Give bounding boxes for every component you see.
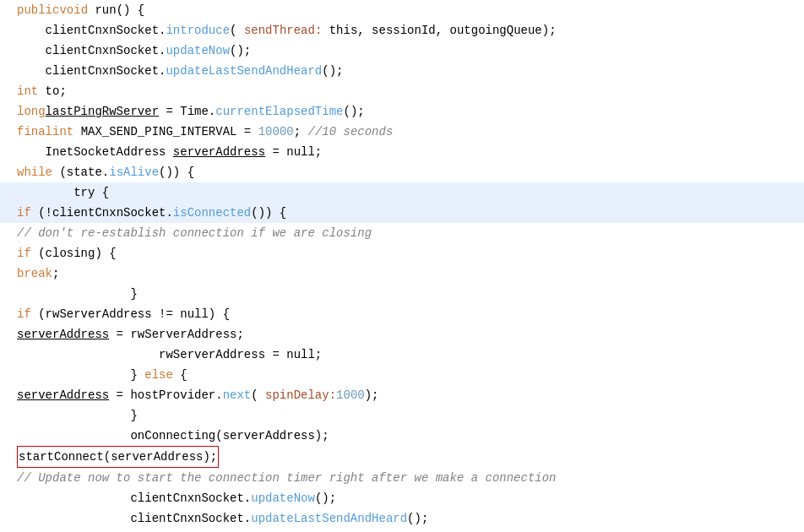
- code-line: long lastPingRwServer = Time.currentElap…: [0, 101, 804, 122]
- code-line: public void run() {: [0, 0, 804, 20]
- code-editor: public void run() { clientCnxnSocket.int…: [0, 0, 804, 532]
- code-line: final int MAX_SEND_PING_INTERVAL = 10000…: [0, 122, 804, 142]
- code-line: try {: [0, 182, 804, 203]
- code-line: if (!clientCnxnSocket.isConnected()) {: [0, 203, 804, 223]
- code-line: // don't re-establish connection if we a…: [0, 223, 804, 243]
- code-line: serverAddress = hostProvider.next( spinD…: [0, 385, 804, 405]
- code-line: clientCnxnSocket.introduce( sendThread: …: [0, 20, 804, 41]
- code-line: int to;: [0, 81, 804, 101]
- code-line: }: [0, 284, 804, 304]
- code-line: }: [0, 405, 804, 426]
- code-line: rwServerAddress = null;: [0, 345, 804, 365]
- code-line: while (state.isAlive()) {: [0, 162, 804, 182]
- code-line: startConnect(serverAddress);: [0, 446, 804, 468]
- code-line: clientCnxnSocket.updateLastSendAndHeard(…: [0, 508, 804, 529]
- code-line: onConnecting(serverAddress);: [0, 426, 804, 446]
- code-line: InetSocketAddress serverAddress = null;: [0, 142, 804, 162]
- code-line: clientCnxnSocket.updateLastSendAndHeard(…: [0, 61, 804, 81]
- code-line: clientCnxnSocket.updateNow();: [0, 41, 804, 61]
- code-line: } else {: [0, 365, 804, 385]
- code-line: if (closing) {: [0, 243, 804, 263]
- code-line: clientCnxnSocket.updateNow();: [0, 488, 804, 508]
- code-line: break;: [0, 263, 804, 284]
- code-line: if (rwServerAddress != null) {: [0, 304, 804, 324]
- code-line: // Update now to start the connection ti…: [0, 468, 804, 488]
- code-line: }: [0, 529, 804, 532]
- code-line: serverAddress = rwServerAddress;: [0, 324, 804, 345]
